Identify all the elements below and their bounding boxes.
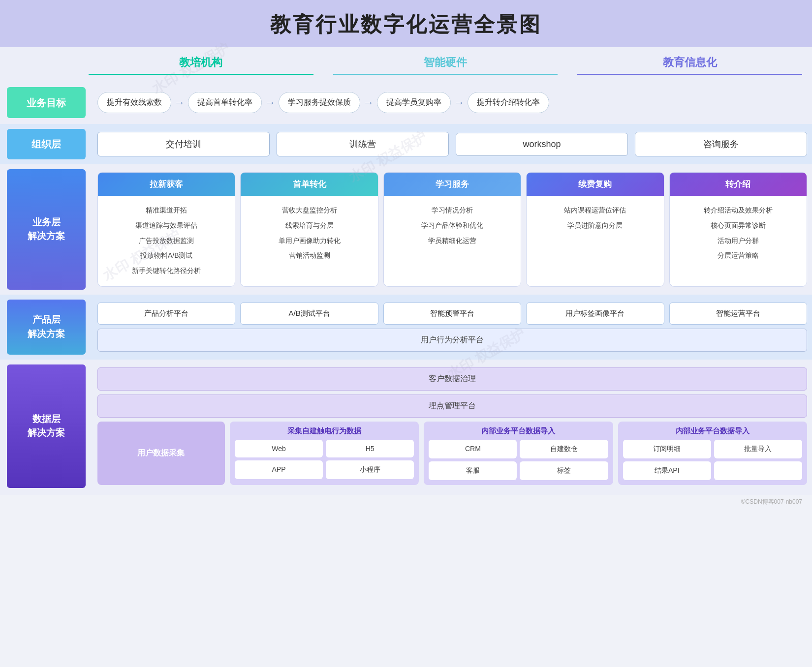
category-zhijian: 智能硬件 [323,55,568,81]
data-group2-title: 内部业务平台数据导入 [429,426,608,436]
data-group1-item-1: H5 [326,440,414,457]
org-box-0: 交付培训 [97,132,270,156]
org-box-1: 训练营 [277,132,449,156]
data-group1: 采集自建触电行为数据 Web H5 APP 小程序 [230,422,419,485]
arrow-2: → [360,96,377,109]
data-group1-grid: Web H5 APP 小程序 [235,440,414,479]
data-group1-item-3: 小程序 [326,460,414,479]
biz-card-header-1: 首单转化 [241,173,377,196]
biz-card-body-0: 精准渠道开拓 渠道追踪与效果评估 广告投放数据监测 投放物料A/B测试 新手关键… [128,203,205,278]
prod-layer-row: 产品层 解决方案 产品分析平台 A/B测试平台 智能预警平台 用户标签画像平台 … [0,295,812,360]
goal-item-0: 提升有效线索数 [97,92,171,113]
biz-label: 业务层 解决方案 [7,169,86,290]
arrow-3: → [451,96,468,109]
biz-card-4: 转介绍 转介绍活动及效果分析 核心页面异常诊断 活动用户分群 分层运营策略 [669,172,807,287]
goal-item-4: 提升转介绍转化率 [468,92,549,113]
data-group3-item-3 [714,461,802,480]
prod-box-4: 智能运营平台 [669,303,807,325]
prod-top-row: 产品分析平台 A/B测试平台 智能预警平台 用户标签画像平台 智能运营平台 [97,303,807,325]
biz-card-0: 拉新获客 精准渠道开拓 渠道追踪与效果评估 广告投放数据监测 投放物料A/B测试… [97,172,235,287]
biz-card-header-2: 学习服务 [384,173,521,196]
goal-item-3: 提高学员复购率 [377,92,451,113]
biz-cards: 拉新获客 精准渠道开拓 渠道追踪与效果评估 广告投放数据监测 投放物料A/B测试… [93,169,812,290]
prod-box-3: 用户标签画像平台 [526,303,664,325]
page-title: 教育行业数字化运营全景图 [0,11,812,38]
biz-card-header-4: 转介绍 [670,173,807,196]
biz-card-2: 学习服务 学习情况分析 学习产品体验和优化 学员精细化运营 [383,172,521,287]
org-box-2: workshop [456,133,628,156]
data-group3-item-0: 订阅明细 [623,440,711,458]
prod-box-1: A/B测试平台 [240,303,378,325]
data-group2-item-0: CRM [429,440,517,458]
biz-card-3: 续费复购 站内课程运营位评估 学员进阶意向分层 [526,172,664,287]
category-jiaopei-label: 教培机构 [179,56,222,68]
goal-item-1: 提高首单转化率 [188,92,262,113]
biz-layer-row: 业务层 解决方案 拉新获客 精准渠道开拓 渠道追踪与效果评估 广告投放数据监测 … [0,164,812,295]
prod-content: 产品分析平台 A/B测试平台 智能预警平台 用户标签画像平台 智能运营平台 用户… [93,300,812,355]
biz-card-body-2: 学习情况分析 学习产品体验和优化 学员精细化运营 [417,203,487,248]
data-group2-item-3: 标签 [520,461,608,480]
data-label: 数据层 解决方案 [7,364,86,488]
title-bar: 教育行业数字化运营全景图 [0,0,812,47]
biz-card-body-1: 营收大盘监控分析 线索培育与分层 单用户画像助力转化 营销活动监测 [275,203,344,263]
data-group3: 内部业务平台数据导入 订阅明细 批量导入 结果API [618,422,807,485]
goal-item-2: 学习服务提效保质 [279,92,360,113]
org-boxes: 交付培训 训练营 workshop 咨询服务 [93,129,812,159]
data-group2: 内部业务平台数据导入 CRM 自建数仓 客服 标签 [424,422,613,485]
arrow-1: → [262,96,279,109]
biz-card-header-3: 续费复购 [527,173,663,196]
prod-box-0: 产品分析平台 [97,303,235,325]
prod-label: 产品层 解决方案 [7,300,86,355]
org-label: 组织层 [7,129,86,159]
org-row: 组织层 交付培训 训练营 workshop 咨询服务 [0,124,812,164]
category-jiaoyu-label: 教育信息化 [663,56,717,68]
prod-full-box: 用户行为分析平台 [97,329,807,352]
data-group3-item-1: 批量导入 [714,440,802,458]
data-group2-item-1: 自建数仓 [520,440,608,458]
biz-card-body-3: 站内课程运营位评估 学员进阶意向分层 [560,203,630,233]
arrow-0: → [171,96,188,109]
data-group1-item-2: APP [235,460,323,479]
data-group2-item-2: 客服 [429,461,517,480]
data-full-box-0: 客户数据治理 [97,367,807,391]
category-jiaopei: 教培机构 [79,55,323,81]
bizgoal-label: 业务目标 [7,87,86,118]
data-content: 客户数据治理 埋点管理平台 用户数据采集 采集自建触电行为数据 Web H5 A… [93,364,812,488]
category-zhijian-label: 智能硬件 [424,56,467,68]
data-bottom-row: 用户数据采集 采集自建触电行为数据 Web H5 APP 小程序 内部业务平台数… [97,422,807,485]
data-layer-row: 数据层 解决方案 客户数据治理 埋点管理平台 用户数据采集 采集自建触电行为数据… [0,360,812,495]
prod-box-2: 智能预警平台 [383,303,521,325]
bizgoal-row: 业务目标 提升有效线索数 → 提高首单转化率 → 学习服务提效保质 → 提高学员… [0,81,812,124]
biz-card-header-0: 拉新获客 [98,173,235,196]
bizgoal-flow: 提升有效线索数 → 提高首单转化率 → 学习服务提效保质 → 提高学员复购率 →… [93,87,812,118]
data-group1-title: 采集自建触电行为数据 [235,426,414,436]
biz-card-1: 首单转化 营收大盘监控分析 线索培育与分层 单用户画像助力转化 营销活动监测 [240,172,378,287]
data-group3-title: 内部业务平台数据导入 [623,426,802,436]
copyright: ©CSDN博客007-nb007 [0,495,812,508]
page-wrapper: 水印 权益保护 水印 权益保护 水印 权益保护 水印 权益保护 教育行业数字化运… [0,0,812,518]
data-group3-grid: 订阅明细 批量导入 结果API [623,440,802,480]
data-full-box-1: 埋点管理平台 [97,394,807,418]
data-group3-item-2: 结果API [623,461,711,480]
data-group1-item-0: Web [235,440,323,457]
org-box-3: 咨询服务 [635,132,807,156]
category-header: 教培机构 智能硬件 教育信息化 [0,47,812,81]
biz-card-body-4: 转介绍活动及效果分析 核心页面异常诊断 活动用户分群 分层运营策略 [700,203,777,263]
category-jiaoyu: 教育信息化 [567,55,812,81]
data-collect-box: 用户数据采集 [97,422,225,485]
data-group2-grid: CRM 自建数仓 客服 标签 [429,440,608,480]
